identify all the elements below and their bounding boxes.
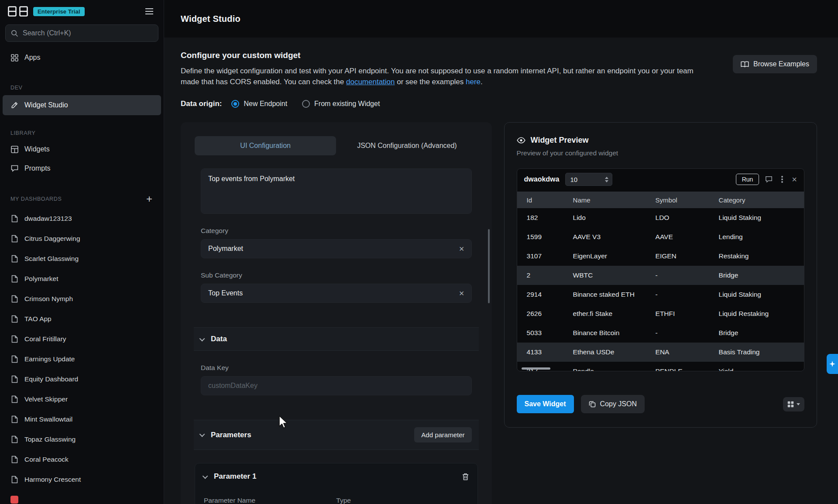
table-row[interactable]: 317PendlePENDLEYield (517, 362, 804, 371)
data-section-header[interactable]: Data (194, 327, 479, 351)
save-widget-button[interactable]: Save Widget (517, 395, 574, 413)
sidebar-header: Enterprise Trial (0, 0, 164, 17)
file-icon (10, 375, 18, 383)
table-row[interactable]: 2626ether.fi StakeETHFILiquid Restaking (517, 304, 804, 323)
dashboard-label: Velvet Skipper (24, 395, 68, 403)
stepper-icon[interactable] (605, 177, 608, 182)
table-row[interactable]: 2914Binance staked ETH-Liquid Staking (517, 285, 804, 304)
data-origin-row: Data origin: New Endpoint From existing … (181, 99, 817, 108)
dashboard-label: Mint Swallowtail (24, 415, 72, 423)
kebab-menu-icon[interactable] (781, 178, 783, 180)
clear-icon[interactable]: × (459, 244, 464, 253)
sidebar-item-apps[interactable]: Apps (0, 48, 164, 67)
pencil-icon (10, 102, 18, 109)
main: Widget Studio Configure your custom widg… (164, 0, 838, 504)
table-scrollbar[interactable] (522, 367, 550, 370)
red-file-icon (10, 496, 18, 504)
file-icon (10, 335, 18, 343)
sidebar: Enterprise Trial Search (Ctrl+K) Apps DE… (0, 0, 164, 504)
clear-icon[interactable]: × (459, 289, 464, 298)
delete-parameter-icon[interactable] (462, 473, 469, 480)
sidebar-dashboard-item[interactable]: Topaz Glasswing (0, 429, 164, 449)
copy-json-button[interactable]: Copy JSON (581, 395, 645, 413)
description-textarea[interactable]: Top events from Polymarket (201, 168, 472, 214)
sidebar-dashboard-item[interactable]: Velvet Skipper (0, 389, 164, 409)
section-label-dev: DEV (0, 85, 164, 91)
sidebar-dashboard-item[interactable]: Harmony Crescent (0, 470, 164, 490)
prompts-label: Prompts (24, 165, 51, 172)
data-key-input[interactable]: customDataKey (201, 376, 472, 395)
dashboard-label: Citrus Daggerwing (24, 235, 80, 243)
sidebar-dashboard-item[interactable]: TAO App (0, 309, 164, 329)
preview-table: IdNameSymbolCategory 182LidoLDOLiquid St… (517, 192, 804, 371)
sidebar-dashboard-item[interactable]: dwadaw123123 (0, 209, 164, 229)
table-row[interactable]: 5033Binance Bitcoin-Bridge (517, 323, 804, 343)
tab-json-configuration[interactable]: JSON Configuration (Advanced) (336, 136, 477, 155)
sidebar-item-widget-studio[interactable]: Widget Studio (3, 95, 161, 115)
widget-name: dwaokdwa (524, 175, 560, 183)
config-tabs: UI Configuration JSON Configuration (Adv… (195, 136, 478, 155)
search-icon (11, 30, 18, 37)
sidebar-dashboard-item-partial[interactable] (0, 490, 164, 504)
file-icon (10, 235, 18, 243)
category-input[interactable]: Polymarket × (201, 239, 472, 258)
apps-icon (10, 54, 18, 62)
my-dashboards-header: MY DASHBOARDS + (0, 194, 164, 204)
sidebar-dashboard-item[interactable]: Scarlet Glasswing (0, 249, 164, 269)
preview-title: Widget Preview (531, 136, 589, 145)
table-row[interactable]: 4133Ethena USDeENABasis Trading (517, 343, 804, 362)
radio-unselected-icon (302, 100, 310, 108)
close-icon[interactable]: × (792, 175, 797, 184)
examples-link[interactable]: here (466, 78, 481, 86)
table-row[interactable]: 2WBTC-Bridge (517, 266, 804, 285)
sidebar-item-prompts[interactable]: Prompts (0, 159, 164, 178)
sidebar-dashboard-item[interactable]: Earnings Update (0, 349, 164, 369)
caret-down-icon (797, 403, 800, 405)
sidebar-dashboard-item[interactable]: Coral Peacock (0, 449, 164, 470)
assistant-fab-button[interactable] (827, 354, 838, 374)
add-dashboard-button[interactable]: + (146, 194, 152, 204)
sidebar-dashboard-item[interactable]: Citrus Daggerwing (0, 229, 164, 249)
column-header: Id (517, 192, 563, 208)
widget-studio-label: Widget Studio (24, 101, 68, 109)
count-input[interactable]: 10 (565, 173, 612, 186)
browse-examples-button[interactable]: Browse Examples (733, 55, 817, 73)
subcategory-input[interactable]: Top Events × (201, 284, 472, 303)
sidebar-dashboard-item[interactable]: Mint Swallowtail (0, 409, 164, 429)
parameter-1-card: Parameter 1 Parameter Name Type (195, 463, 478, 504)
radio-new-endpoint[interactable]: New Endpoint (231, 100, 287, 108)
parameters-section-header[interactable]: Parameters Add parameter (194, 420, 479, 450)
add-parameter-button[interactable]: Add parameter (414, 427, 471, 442)
data-origin-label: Data origin: (181, 99, 222, 108)
tab-ui-configuration[interactable]: UI Configuration (195, 136, 336, 155)
column-header: Symbol (646, 192, 709, 208)
menu-icon[interactable] (144, 7, 155, 16)
radio-from-existing-widget[interactable]: From existing Widget (302, 100, 380, 108)
parameter-1-header[interactable]: Parameter 1 (201, 463, 471, 488)
table-row[interactable]: 3107EigenLayerEIGENRestaking (517, 247, 804, 266)
layout-options-button[interactable] (783, 397, 804, 411)
feedback-icon[interactable] (765, 176, 773, 183)
column-header: Name (563, 192, 646, 208)
table-row[interactable]: 182LidoLDOLiquid Staking (517, 208, 804, 227)
run-button[interactable]: Run (736, 174, 759, 185)
sidebar-dashboard-item[interactable]: Equity Dashboard (0, 369, 164, 389)
sparkle-icon (829, 361, 835, 367)
category-label: Category (201, 227, 472, 235)
widgets-icon (10, 146, 18, 153)
documentation-link[interactable]: documentation (346, 78, 395, 86)
preview-panel: Widget Preview Preview of your configure… (504, 122, 817, 428)
preview-table-head-row: IdNameSymbolCategory (517, 192, 804, 208)
chevron-down-icon (203, 473, 208, 479)
table-row[interactable]: 1599AAVE V3AAVELending (517, 227, 804, 247)
sidebar-dashboard-item[interactable]: Polymarket (0, 269, 164, 289)
config-panel: UI Configuration JSON Configuration (Adv… (181, 122, 492, 504)
sidebar-dashboard-item[interactable]: Crimson Nymph (0, 289, 164, 309)
search-placeholder: Search (Ctrl+K) (23, 29, 71, 37)
search-input[interactable]: Search (Ctrl+K) (5, 24, 158, 42)
dashboard-label: TAO App (24, 315, 52, 323)
app-logo-icon[interactable] (8, 6, 28, 17)
sidebar-item-widgets[interactable]: Widgets (0, 140, 164, 159)
sidebar-dashboard-item[interactable]: Coral Fritillary (0, 329, 164, 349)
config-scrollbar[interactable] (488, 229, 490, 303)
